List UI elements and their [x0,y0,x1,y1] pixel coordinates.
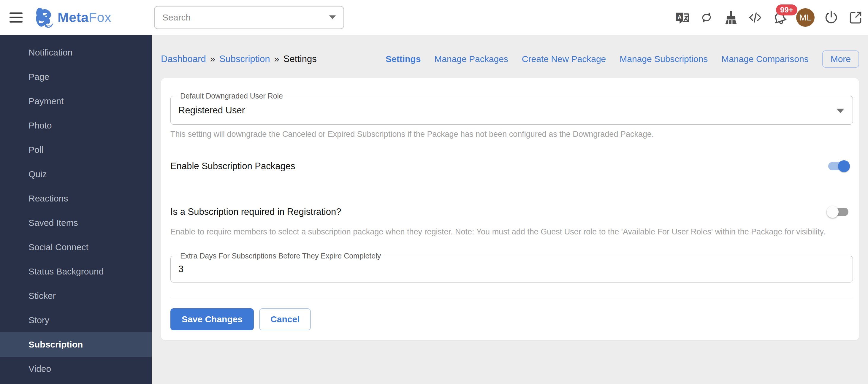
sidebar-item-story[interactable]: Story [0,308,152,332]
form-actions: Save Changes Cancel [170,308,853,330]
fox-icon [33,6,56,29]
sidebar-item-notification[interactable]: Notification [0,40,152,65]
sidebar-item-social-connect[interactable]: Social Connect [0,235,152,259]
save-changes-button[interactable]: Save Changes [170,308,254,330]
breadcrumb-separator: » [274,54,279,64]
svg-text:A: A [678,14,682,20]
sidebar-item-label: Notification [29,47,72,58]
search-input[interactable] [162,12,329,23]
logo-text: MetaFox [58,10,111,25]
main-content: Dashboard » Subscription » Settings Sett… [152,35,868,384]
top-header: MetaFox A [0,0,868,35]
tab-manage-comparisons[interactable]: Manage Comparisons [721,54,808,64]
sidebar-item-reactions[interactable]: Reactions [0,186,152,211]
breadcrumb-separator: » [210,54,215,64]
search-dropdown-caret-icon[interactable] [329,15,336,19]
section-tabs: Settings Manage Packages Create New Pack… [385,51,859,68]
form-divider [170,297,853,297]
enable-packages-label: Enable Subscription Packages [170,161,295,171]
select-caret-icon[interactable] [837,108,844,113]
sidebar-item-label: Video [29,364,51,374]
require-registration-row: Is a Subscription required in Registrati… [170,203,853,221]
sync-icon[interactable] [699,10,714,25]
role-helper-text: This setting will downgrade the Canceled… [170,130,853,138]
require-registration-toggle[interactable] [827,205,849,218]
header-actions: A [675,8,863,27]
sidebar-item-label: Reactions [29,193,68,203]
avatar[interactable]: ML [796,8,814,27]
sidebar-item-photo[interactable]: Photo [0,114,152,138]
tab-settings[interactable]: Settings [385,54,421,64]
sidebar-item-label: Poll [29,145,43,155]
notifications-bell-icon[interactable]: 99+ [772,10,787,25]
extra-days-field[interactable]: Extra Days For Subscriptions Before They… [170,256,853,283]
settings-form-card: Default Downgraded User Role Registered … [161,78,859,340]
logo-fox: Fox [89,10,112,25]
breadcrumb-subscription-link[interactable]: Subscription [219,54,270,64]
more-button[interactable]: More [822,51,859,68]
toggle-thumb [838,160,850,172]
power-icon[interactable] [824,10,839,25]
toggle-thumb [827,206,839,218]
tab-manage-subscriptions[interactable]: Manage Subscriptions [620,54,708,64]
sidebar-item-label: Quiz [29,169,47,179]
cancel-button[interactable]: Cancel [259,308,311,330]
sidebar-item-saved-items[interactable]: Saved Items [0,211,152,235]
field-label: Extra Days For Subscriptions Before They… [177,252,384,260]
sidebar-item-quiz[interactable]: Quiz [0,162,152,186]
screen: MetaFox A [0,0,868,384]
translate-icon[interactable]: A [675,10,690,25]
tab-manage-packages[interactable]: Manage Packages [434,54,508,64]
open-in-new-icon[interactable] [848,10,863,25]
default-downgraded-user-role-select[interactable]: Default Downgraded User Role Registered … [170,96,853,125]
sidebar-item-label: Payment [29,96,64,106]
hamburger-menu-icon[interactable] [9,12,23,23]
global-search[interactable] [154,6,344,29]
sidebar-item-page[interactable]: Page [0,65,152,89]
sidebar-item-status-background[interactable]: Status Background [0,259,152,284]
field-label: Default Downgraded User Role [177,92,286,100]
notification-count-badge: 99+ [776,4,797,15]
breadcrumb-dashboard-link[interactable]: Dashboard [161,54,206,64]
sidebar-item-label: Story [29,315,49,325]
sidebar-item-label: Page [29,72,49,82]
sidebar-item-label: Saved Items [29,218,78,228]
sidebar-item-label: Sticker [29,291,56,301]
enable-packages-toggle[interactable] [827,160,849,173]
sidebar-item-poll[interactable]: Poll [0,138,152,162]
breadcrumb-current-settings: Settings [283,54,317,64]
sidebar-item-sticker[interactable]: Sticker [0,284,152,308]
metafox-logo[interactable]: MetaFox [33,6,111,29]
sidebar-nav: Notification Page Payment Photo Poll Qui… [0,35,152,384]
sidebar-item-label: Social Connect [29,242,89,252]
sidebar-item-video[interactable]: Video [0,357,152,381]
sidebar-item-label: Subscription [29,340,83,350]
breadcrumb: Dashboard » Subscription » Settings [161,54,317,64]
sidebar-item-payment[interactable]: Payment [0,89,152,114]
code-icon[interactable] [747,10,763,25]
sidebar-item-label: Photo [29,121,52,131]
tab-create-new-package[interactable]: Create New Package [522,54,606,64]
selected-role-value: Registered User [178,105,245,116]
logo-meta: Meta [58,10,89,25]
sidebar-item-subscription[interactable]: Subscription [0,332,152,357]
sidebar-item-label: Status Background [29,266,104,277]
require-registration-helper-text: Enable to require members to select a su… [170,228,853,236]
enable-packages-row: Enable Subscription Packages [170,157,853,175]
extra-days-input[interactable] [178,264,819,275]
breadcrumb-tabs-bar: Dashboard » Subscription » Settings Sett… [161,51,859,68]
require-registration-label: Is a Subscription required in Registrati… [170,206,341,217]
clean-brush-icon[interactable] [723,10,739,25]
